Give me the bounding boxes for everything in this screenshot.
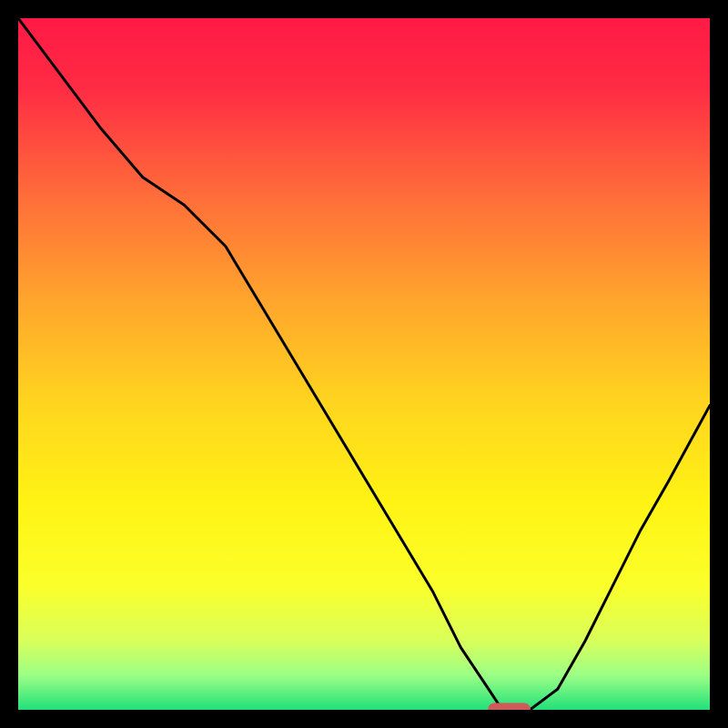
gradient-background: [18, 18, 710, 710]
optimal-marker: [489, 703, 531, 710]
bottleneck-chart: [18, 18, 710, 710]
chart-frame: TheBottleneck.com: [18, 18, 710, 710]
